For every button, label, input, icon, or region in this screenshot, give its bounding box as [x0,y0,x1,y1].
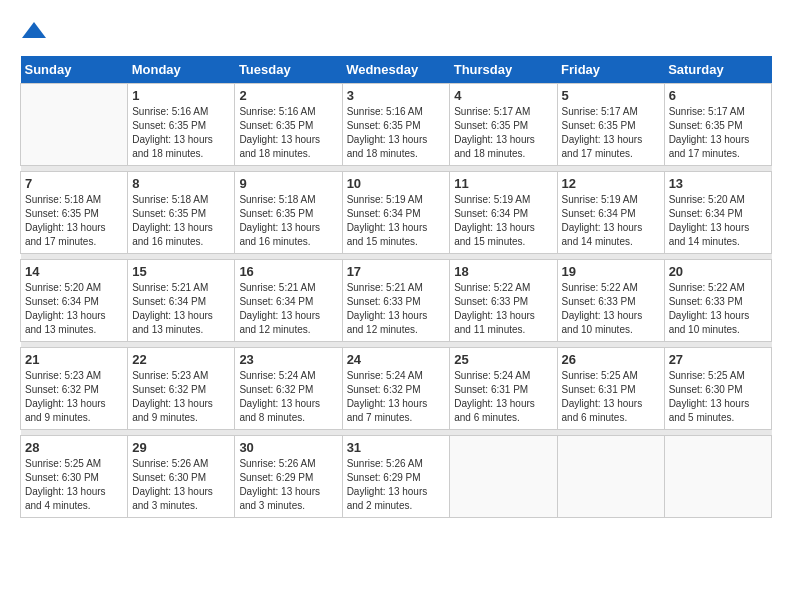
calendar-table: SundayMondayTuesdayWednesdayThursdayFrid… [20,56,772,518]
day-number: 16 [239,264,337,279]
day-number: 20 [669,264,767,279]
header-cell-thursday: Thursday [450,56,557,84]
day-cell: 7 Sunrise: 5:18 AMSunset: 6:35 PMDayligh… [21,172,128,254]
week-row-5: 28 Sunrise: 5:25 AMSunset: 6:30 PMDaylig… [21,436,772,518]
week-row-3: 14 Sunrise: 5:20 AMSunset: 6:34 PMDaylig… [21,260,772,342]
day-info: Sunrise: 5:18 AMSunset: 6:35 PMDaylight:… [25,194,106,247]
day-info: Sunrise: 5:26 AMSunset: 6:30 PMDaylight:… [132,458,213,511]
day-cell: 18 Sunrise: 5:22 AMSunset: 6:33 PMDaylig… [450,260,557,342]
day-cell: 4 Sunrise: 5:17 AMSunset: 6:35 PMDayligh… [450,84,557,166]
day-number: 27 [669,352,767,367]
day-info: Sunrise: 5:25 AMSunset: 6:31 PMDaylight:… [562,370,643,423]
day-number: 21 [25,352,123,367]
day-info: Sunrise: 5:20 AMSunset: 6:34 PMDaylight:… [25,282,106,335]
day-info: Sunrise: 5:16 AMSunset: 6:35 PMDaylight:… [132,106,213,159]
week-row-1: 1 Sunrise: 5:16 AMSunset: 6:35 PMDayligh… [21,84,772,166]
day-cell: 1 Sunrise: 5:16 AMSunset: 6:35 PMDayligh… [128,84,235,166]
day-info: Sunrise: 5:19 AMSunset: 6:34 PMDaylight:… [454,194,535,247]
header-cell-monday: Monday [128,56,235,84]
day-cell: 22 Sunrise: 5:23 AMSunset: 6:32 PMDaylig… [128,348,235,430]
day-cell: 31 Sunrise: 5:26 AMSunset: 6:29 PMDaylig… [342,436,450,518]
logo-icon [20,20,48,40]
day-number: 28 [25,440,123,455]
day-number: 19 [562,264,660,279]
day-info: Sunrise: 5:25 AMSunset: 6:30 PMDaylight:… [25,458,106,511]
day-number: 22 [132,352,230,367]
day-number: 29 [132,440,230,455]
day-cell: 5 Sunrise: 5:17 AMSunset: 6:35 PMDayligh… [557,84,664,166]
day-info: Sunrise: 5:21 AMSunset: 6:33 PMDaylight:… [347,282,428,335]
day-number: 10 [347,176,446,191]
day-cell: 30 Sunrise: 5:26 AMSunset: 6:29 PMDaylig… [235,436,342,518]
header-cell-wednesday: Wednesday [342,56,450,84]
week-row-4: 21 Sunrise: 5:23 AMSunset: 6:32 PMDaylig… [21,348,772,430]
day-info: Sunrise: 5:24 AMSunset: 6:31 PMDaylight:… [454,370,535,423]
header-cell-sunday: Sunday [21,56,128,84]
day-number: 26 [562,352,660,367]
day-cell: 8 Sunrise: 5:18 AMSunset: 6:35 PMDayligh… [128,172,235,254]
logo [20,20,52,40]
day-cell: 27 Sunrise: 5:25 AMSunset: 6:30 PMDaylig… [664,348,771,430]
day-cell [450,436,557,518]
day-cell: 9 Sunrise: 5:18 AMSunset: 6:35 PMDayligh… [235,172,342,254]
day-cell: 6 Sunrise: 5:17 AMSunset: 6:35 PMDayligh… [664,84,771,166]
day-cell [664,436,771,518]
day-cell: 14 Sunrise: 5:20 AMSunset: 6:34 PMDaylig… [21,260,128,342]
day-number: 8 [132,176,230,191]
day-cell: 23 Sunrise: 5:24 AMSunset: 6:32 PMDaylig… [235,348,342,430]
day-info: Sunrise: 5:23 AMSunset: 6:32 PMDaylight:… [132,370,213,423]
day-info: Sunrise: 5:22 AMSunset: 6:33 PMDaylight:… [669,282,750,335]
day-cell [21,84,128,166]
day-info: Sunrise: 5:17 AMSunset: 6:35 PMDaylight:… [454,106,535,159]
day-cell: 26 Sunrise: 5:25 AMSunset: 6:31 PMDaylig… [557,348,664,430]
day-info: Sunrise: 5:18 AMSunset: 6:35 PMDaylight:… [132,194,213,247]
day-info: Sunrise: 5:17 AMSunset: 6:35 PMDaylight:… [562,106,643,159]
day-info: Sunrise: 5:25 AMSunset: 6:30 PMDaylight:… [669,370,750,423]
day-info: Sunrise: 5:26 AMSunset: 6:29 PMDaylight:… [347,458,428,511]
day-number: 17 [347,264,446,279]
header-cell-friday: Friday [557,56,664,84]
day-info: Sunrise: 5:22 AMSunset: 6:33 PMDaylight:… [562,282,643,335]
day-number: 13 [669,176,767,191]
day-number: 7 [25,176,123,191]
day-cell: 3 Sunrise: 5:16 AMSunset: 6:35 PMDayligh… [342,84,450,166]
day-number: 25 [454,352,552,367]
day-cell: 29 Sunrise: 5:26 AMSunset: 6:30 PMDaylig… [128,436,235,518]
day-info: Sunrise: 5:24 AMSunset: 6:32 PMDaylight:… [239,370,320,423]
day-info: Sunrise: 5:18 AMSunset: 6:35 PMDaylight:… [239,194,320,247]
day-info: Sunrise: 5:26 AMSunset: 6:29 PMDaylight:… [239,458,320,511]
day-cell: 21 Sunrise: 5:23 AMSunset: 6:32 PMDaylig… [21,348,128,430]
day-info: Sunrise: 5:19 AMSunset: 6:34 PMDaylight:… [562,194,643,247]
day-cell: 12 Sunrise: 5:19 AMSunset: 6:34 PMDaylig… [557,172,664,254]
day-number: 9 [239,176,337,191]
day-cell: 28 Sunrise: 5:25 AMSunset: 6:30 PMDaylig… [21,436,128,518]
svg-marker-0 [22,22,46,38]
day-number: 30 [239,440,337,455]
day-number: 15 [132,264,230,279]
day-number: 6 [669,88,767,103]
day-number: 31 [347,440,446,455]
day-number: 23 [239,352,337,367]
day-cell: 19 Sunrise: 5:22 AMSunset: 6:33 PMDaylig… [557,260,664,342]
day-number: 1 [132,88,230,103]
day-number: 5 [562,88,660,103]
header-row: SundayMondayTuesdayWednesdayThursdayFrid… [21,56,772,84]
day-info: Sunrise: 5:16 AMSunset: 6:35 PMDaylight:… [347,106,428,159]
week-row-2: 7 Sunrise: 5:18 AMSunset: 6:35 PMDayligh… [21,172,772,254]
day-number: 2 [239,88,337,103]
day-number: 24 [347,352,446,367]
day-cell: 15 Sunrise: 5:21 AMSunset: 6:34 PMDaylig… [128,260,235,342]
day-cell: 20 Sunrise: 5:22 AMSunset: 6:33 PMDaylig… [664,260,771,342]
day-cell: 10 Sunrise: 5:19 AMSunset: 6:34 PMDaylig… [342,172,450,254]
day-cell: 2 Sunrise: 5:16 AMSunset: 6:35 PMDayligh… [235,84,342,166]
day-number: 3 [347,88,446,103]
day-info: Sunrise: 5:17 AMSunset: 6:35 PMDaylight:… [669,106,750,159]
day-number: 4 [454,88,552,103]
day-number: 12 [562,176,660,191]
day-cell: 13 Sunrise: 5:20 AMSunset: 6:34 PMDaylig… [664,172,771,254]
day-cell: 17 Sunrise: 5:21 AMSunset: 6:33 PMDaylig… [342,260,450,342]
header-cell-tuesday: Tuesday [235,56,342,84]
day-number: 14 [25,264,123,279]
day-info: Sunrise: 5:21 AMSunset: 6:34 PMDaylight:… [239,282,320,335]
day-cell: 24 Sunrise: 5:24 AMSunset: 6:32 PMDaylig… [342,348,450,430]
